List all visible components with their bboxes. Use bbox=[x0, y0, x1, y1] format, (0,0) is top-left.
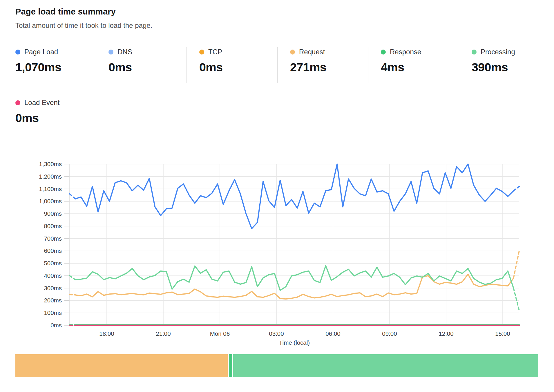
page-load-time-summary-panel: Page load time summary Total amount of t… bbox=[0, 0, 554, 392]
series-line-page-load-projected-start bbox=[70, 194, 75, 199]
y-axis-tick-label: 1,000ms bbox=[39, 198, 62, 204]
legend-color-dot bbox=[199, 50, 204, 55]
series-line-processing bbox=[75, 266, 514, 291]
y-axis-tick-label: 400ms bbox=[44, 272, 62, 279]
legend-metric-label: Processing bbox=[481, 48, 515, 56]
legend-metric-label: DNS bbox=[117, 48, 132, 56]
legend-metrics-row: Page Load1,070msDNS0msTCP0msRequest271ms… bbox=[15, 47, 550, 83]
x-axis-title: Time (local) bbox=[279, 339, 310, 346]
legend-color-dot bbox=[472, 50, 477, 55]
x-axis-tick-label: 03:00 bbox=[269, 330, 284, 337]
legend-metric-page-load[interactable]: Page Load1,070ms bbox=[15, 47, 96, 83]
x-axis-tick-label: 21:00 bbox=[156, 330, 171, 337]
series-line-request-projected-end bbox=[513, 251, 519, 278]
legend-metric-request[interactable]: Request271ms bbox=[277, 47, 368, 83]
page-load-time-chart[interactable]: 0ms100ms200ms300ms400ms500ms600ms700ms80… bbox=[0, 125, 554, 354]
x-axis-tick-label: 09:00 bbox=[382, 330, 397, 337]
legend-color-dot bbox=[15, 50, 20, 55]
y-axis-tick-label: 1,300ms bbox=[39, 161, 62, 167]
header: Page load time summary Total amount of t… bbox=[15, 7, 152, 30]
legend-metric-label: Response bbox=[390, 48, 421, 56]
legend-color-dot bbox=[381, 50, 386, 55]
legend-metric-value: 271ms bbox=[290, 61, 368, 74]
breakdown-bar-segment-response[interactable] bbox=[229, 354, 232, 377]
breakdown-bar-segment-request[interactable] bbox=[15, 354, 228, 377]
series-line-processing-projected-end bbox=[513, 288, 519, 311]
series-line-request-projected-start bbox=[70, 295, 75, 295]
legend-metric-value: 0ms bbox=[108, 61, 187, 74]
y-axis-tick-label: 500ms bbox=[44, 260, 62, 266]
y-axis-tick-label: 700ms bbox=[44, 235, 62, 242]
legend-color-dot bbox=[108, 50, 113, 55]
legend-metric-dns[interactable]: DNS0ms bbox=[96, 47, 187, 83]
breakdown-bar bbox=[15, 354, 538, 377]
x-axis-tick-label: Mon 06 bbox=[210, 330, 230, 337]
legend-color-dot bbox=[290, 50, 295, 55]
y-axis-tick-label: 800ms bbox=[44, 223, 62, 229]
y-axis-tick-label: 900ms bbox=[44, 210, 62, 217]
legend-metric-value: 390ms bbox=[472, 61, 550, 74]
legend-metric-response[interactable]: Response4ms bbox=[368, 47, 459, 83]
series-line-processing-projected-start bbox=[70, 276, 75, 280]
legend-metric-value: 1,070ms bbox=[15, 61, 96, 74]
y-axis-tick-label: 1,200ms bbox=[39, 173, 62, 180]
legend-metric-value: 0ms bbox=[199, 61, 277, 74]
legend-metric-processing[interactable]: Processing390ms bbox=[459, 47, 550, 83]
legend-metric-tcp[interactable]: TCP0ms bbox=[187, 47, 277, 83]
legend-metric-value: 0ms bbox=[15, 111, 59, 125]
legend-metric-label: TCP bbox=[208, 48, 222, 56]
y-axis-tick-label: 200ms bbox=[44, 297, 62, 304]
x-axis-tick-label: 06:00 bbox=[325, 330, 340, 337]
y-axis-tick-label: 300ms bbox=[44, 285, 62, 291]
x-axis-tick-label: 12:00 bbox=[439, 330, 453, 337]
x-axis-tick-label: 18:00 bbox=[99, 330, 114, 337]
y-axis-tick-label: 600ms bbox=[44, 247, 62, 254]
y-axis-tick-label: 0ms bbox=[50, 322, 62, 329]
page-subtitle: Total amount of time it took to load the… bbox=[15, 21, 152, 30]
legend-metric-value: 4ms bbox=[381, 61, 459, 74]
x-axis-tick-label: 15:00 bbox=[495, 330, 510, 337]
legend-metric-load-event[interactable]: Load Event0ms bbox=[15, 98, 59, 125]
legend-metric-label: Page Load bbox=[24, 48, 58, 56]
y-axis-tick-label: 1,100ms bbox=[39, 186, 62, 192]
legend-metric-label: Load Event bbox=[24, 99, 59, 107]
page-title: Page load time summary bbox=[15, 7, 152, 17]
legend-metric-label: Request bbox=[299, 48, 325, 56]
y-axis-tick-label: 100ms bbox=[44, 309, 62, 316]
series-line-page-load-projected-end bbox=[513, 186, 519, 191]
breakdown-bar-segment-processing[interactable] bbox=[233, 354, 538, 377]
series-line-page-load bbox=[75, 164, 514, 228]
legend-color-dot bbox=[15, 100, 20, 105]
